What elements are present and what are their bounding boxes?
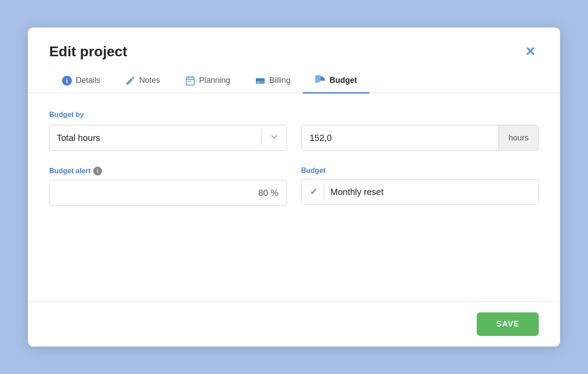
tabs-bar: i Details Notes	[28, 69, 560, 93]
hours-input-wrapper: hours	[301, 125, 539, 151]
tab-budget-label: Budget	[329, 76, 357, 85]
svg-text:i: i	[66, 78, 68, 84]
info-tooltip-icon[interactable]: i	[93, 167, 102, 175]
pencil-icon	[125, 75, 136, 86]
budget-field: Budget ✓ Monthly reset	[301, 167, 539, 206]
hours-input[interactable]	[302, 125, 498, 150]
modal-title: Edit project	[49, 43, 127, 60]
tab-planning-label: Planning	[199, 76, 230, 85]
tab-notes[interactable]: Notes	[113, 69, 172, 94]
budget-alert-row: Budget alert i 80 % Budget ✓ Mont	[49, 167, 539, 206]
modal-body: Budget by Total hours	[28, 93, 560, 301]
tab-details[interactable]: i Details	[49, 69, 113, 94]
calendar-icon	[185, 75, 196, 86]
tab-details-label: Details	[76, 76, 100, 85]
edit-project-modal: Edit project ✕ i Details	[28, 27, 560, 347]
budget-alert-value: 80 %	[258, 188, 278, 198]
modal-header: Edit project ✕	[28, 27, 560, 69]
close-button[interactable]: ✕	[521, 44, 539, 60]
tab-budget[interactable]: Budget	[303, 69, 369, 94]
budget-icon	[315, 75, 326, 86]
svg-rect-3	[188, 81, 189, 82]
svg-rect-5	[256, 78, 265, 84]
tab-billing[interactable]: Billing	[243, 69, 303, 94]
budget-label: Budget	[301, 167, 539, 175]
budget-alert-field: Budget alert i 80 %	[49, 167, 287, 206]
budget-by-label: Budget by	[49, 111, 539, 119]
budget-by-value: Total hours	[50, 133, 261, 143]
svg-rect-6	[256, 79, 265, 81]
tab-billing-label: Billing	[269, 76, 290, 85]
hours-field: hours	[301, 125, 539, 151]
svg-rect-4	[190, 81, 191, 82]
tab-planning[interactable]: Planning	[172, 69, 243, 94]
tab-notes-label: Notes	[139, 76, 160, 85]
budget-by-select[interactable]: Total hours	[49, 125, 287, 151]
svg-rect-7	[257, 82, 259, 83]
hours-unit-label: hours	[498, 125, 538, 150]
modal-footer: SAVE	[28, 301, 560, 347]
info-icon: i	[62, 75, 72, 86]
save-button[interactable]: SAVE	[477, 312, 539, 336]
billing-icon	[255, 75, 266, 86]
monthly-reset-select[interactable]: ✓ Monthly reset	[301, 179, 539, 205]
budget-alert-label: Budget alert i	[49, 167, 287, 175]
budget-by-row: Total hours hours	[49, 125, 539, 151]
chevron-down-icon[interactable]	[262, 132, 286, 144]
monthly-reset-label: Monthly reset	[330, 187, 384, 197]
budget-alert-input-wrapper[interactable]: 80 %	[49, 180, 287, 206]
divider	[324, 184, 324, 200]
budget-by-field: Total hours	[49, 125, 287, 151]
check-icon: ✓	[310, 186, 318, 198]
page-background: Edit project ✕ i Details	[0, 0, 588, 374]
